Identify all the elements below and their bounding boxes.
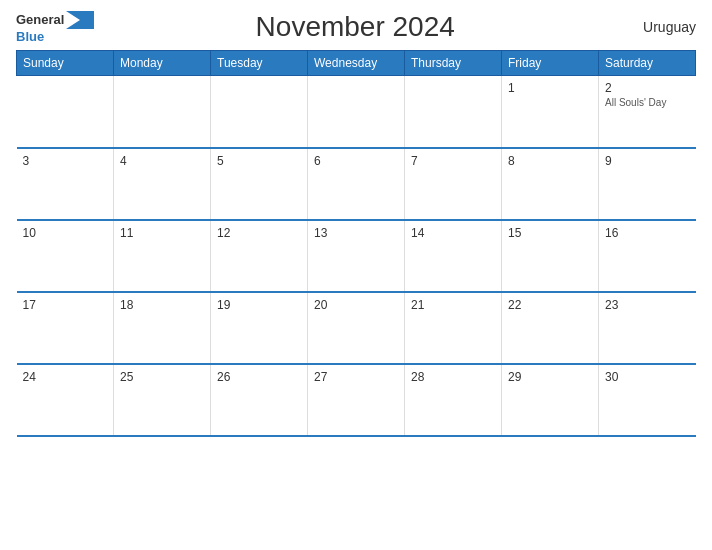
day-number: 6: [314, 154, 398, 168]
logo-blue-text: Blue: [16, 29, 44, 44]
calendar-cell: 20: [308, 292, 405, 364]
calendar-cell: 6: [308, 148, 405, 220]
calendar-cell: 18: [114, 292, 211, 364]
day-number: 10: [23, 226, 108, 240]
day-number: 16: [605, 226, 690, 240]
event-text: All Souls' Day: [605, 97, 690, 108]
calendar-cell: 7: [405, 148, 502, 220]
day-number: 26: [217, 370, 301, 384]
calendar-cell: 13: [308, 220, 405, 292]
calendar-cell: 23: [599, 292, 696, 364]
logo-flag-icon: [66, 11, 94, 29]
calendar-cell: 11: [114, 220, 211, 292]
calendar-cell: 9: [599, 148, 696, 220]
calendar-header: General Blue November 2024 Uruguay: [16, 10, 696, 44]
logo-general-text: General: [16, 12, 64, 27]
weekday-header-row: SundayMondayTuesdayWednesdayThursdayFrid…: [17, 51, 696, 76]
day-number: 19: [217, 298, 301, 312]
day-number: 8: [508, 154, 592, 168]
day-number: 28: [411, 370, 495, 384]
weekday-header-saturday: Saturday: [599, 51, 696, 76]
calendar-cell: 3: [17, 148, 114, 220]
day-number: 29: [508, 370, 592, 384]
calendar-table: SundayMondayTuesdayWednesdayThursdayFrid…: [16, 50, 696, 437]
day-number: 21: [411, 298, 495, 312]
calendar-week-row: 17181920212223: [17, 292, 696, 364]
day-number: 18: [120, 298, 204, 312]
calendar-cell: 16: [599, 220, 696, 292]
day-number: 20: [314, 298, 398, 312]
calendar-header-row: SundayMondayTuesdayWednesdayThursdayFrid…: [17, 51, 696, 76]
calendar-cell: 4: [114, 148, 211, 220]
calendar-cell: 2All Souls' Day: [599, 76, 696, 148]
day-number: 13: [314, 226, 398, 240]
calendar-cell: [308, 76, 405, 148]
day-number: 7: [411, 154, 495, 168]
calendar-cell: 27: [308, 364, 405, 436]
day-number: 3: [23, 154, 108, 168]
day-number: 30: [605, 370, 690, 384]
weekday-header-thursday: Thursday: [405, 51, 502, 76]
calendar-cell: 15: [502, 220, 599, 292]
calendar-week-row: 24252627282930: [17, 364, 696, 436]
day-number: 5: [217, 154, 301, 168]
calendar-cell: [17, 76, 114, 148]
calendar-week-row: 12All Souls' Day: [17, 76, 696, 148]
calendar-cell: 30: [599, 364, 696, 436]
logo: General Blue: [16, 10, 94, 44]
day-number: 22: [508, 298, 592, 312]
calendar-cell: 22: [502, 292, 599, 364]
day-number: 15: [508, 226, 592, 240]
day-number: 25: [120, 370, 204, 384]
calendar-week-row: 10111213141516: [17, 220, 696, 292]
calendar-cell: 5: [211, 148, 308, 220]
calendar-cell: 28: [405, 364, 502, 436]
calendar-week-row: 3456789: [17, 148, 696, 220]
calendar-page: General Blue November 2024 Uruguay Sunda…: [0, 0, 712, 550]
calendar-cell: [405, 76, 502, 148]
calendar-cell: 24: [17, 364, 114, 436]
calendar-cell: 19: [211, 292, 308, 364]
day-number: 27: [314, 370, 398, 384]
day-number: 4: [120, 154, 204, 168]
day-number: 24: [23, 370, 108, 384]
calendar-title: November 2024: [94, 11, 616, 43]
calendar-cell: 29: [502, 364, 599, 436]
calendar-cell: [114, 76, 211, 148]
day-number: 17: [23, 298, 108, 312]
weekday-header-monday: Monday: [114, 51, 211, 76]
weekday-header-tuesday: Tuesday: [211, 51, 308, 76]
calendar-body: 12All Souls' Day345678910111213141516171…: [17, 76, 696, 436]
calendar-cell: 14: [405, 220, 502, 292]
day-number: 12: [217, 226, 301, 240]
weekday-header-wednesday: Wednesday: [308, 51, 405, 76]
calendar-cell: 1: [502, 76, 599, 148]
calendar-cell: 8: [502, 148, 599, 220]
weekday-header-friday: Friday: [502, 51, 599, 76]
calendar-cell: [211, 76, 308, 148]
day-number: 1: [508, 81, 592, 95]
day-number: 23: [605, 298, 690, 312]
calendar-cell: 10: [17, 220, 114, 292]
calendar-cell: 21: [405, 292, 502, 364]
day-number: 11: [120, 226, 204, 240]
calendar-cell: 17: [17, 292, 114, 364]
day-number: 9: [605, 154, 690, 168]
calendar-cell: 26: [211, 364, 308, 436]
country-name: Uruguay: [616, 19, 696, 35]
weekday-header-sunday: Sunday: [17, 51, 114, 76]
day-number: 2: [605, 81, 690, 95]
day-number: 14: [411, 226, 495, 240]
calendar-cell: 12: [211, 220, 308, 292]
calendar-cell: 25: [114, 364, 211, 436]
